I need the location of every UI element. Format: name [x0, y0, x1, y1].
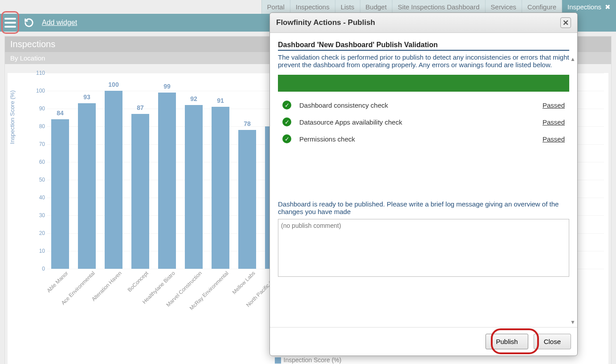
validation-check-row: ✓Dashboard consistency checkPassed	[282, 101, 565, 109]
check-label: Dashboard consistency check	[299, 101, 388, 109]
publish-button[interactable]: Publish	[485, 334, 528, 349]
dialog-description: The validation check is performed prior …	[278, 53, 569, 69]
ready-message: Dashboard is ready to be published. Plea…	[278, 200, 569, 215]
validation-check-row: ✓Permissions checkPassed	[282, 134, 565, 143]
dialog-body: ▲ Dashboard 'New Dashboard' Publish Vali…	[270, 33, 577, 327]
check-passed-icon: ✓	[282, 101, 291, 109]
check-passed-icon: ✓	[282, 117, 291, 126]
scroll-down-icon[interactable]: ▼	[570, 319, 575, 324]
validation-success-banner	[278, 75, 569, 92]
validation-check-row: ✓Datasource Apps availability checkPasse…	[282, 117, 565, 126]
validation-checks-list: ✓Dashboard consistency checkPassed✓Datas…	[278, 101, 569, 151]
check-status[interactable]: Passed	[543, 135, 565, 143]
close-button[interactable]: Close	[534, 334, 571, 349]
dialog-close-button[interactable]: ✕	[560, 17, 571, 28]
dialog-titlebar: Flowfinity Actions - Publish ✕	[270, 13, 577, 33]
check-label: Datasource Apps availability check	[299, 118, 402, 126]
dialog-heading: Dashboard 'New Dashboard' Publish Valida…	[278, 41, 569, 51]
check-passed-icon: ✓	[282, 134, 291, 143]
publish-comment-input[interactable]	[278, 219, 569, 277]
check-label: Permissions check	[299, 135, 355, 143]
check-status[interactable]: Passed	[543, 118, 565, 126]
dialog-footer: Publish Close	[270, 327, 577, 356]
check-status[interactable]: Passed	[543, 101, 565, 109]
dialog-title-text: Flowfinity Actions - Publish	[276, 18, 375, 27]
publish-dialog: Flowfinity Actions - Publish ✕ ▲ Dashboa…	[269, 12, 578, 356]
scroll-up-icon[interactable]: ▲	[570, 56, 575, 61]
